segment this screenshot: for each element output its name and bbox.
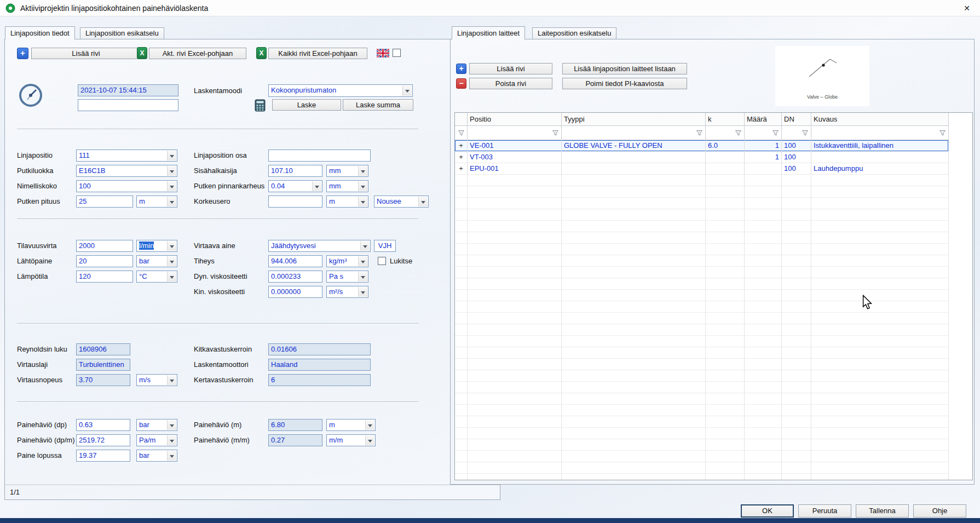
calc-mode-combo[interactable]: Kokoonpuristumaton <box>268 84 413 97</box>
paine-lopussa-unit-combo[interactable]: bar <box>136 450 177 462</box>
add-row-icon[interactable]: + <box>17 48 28 59</box>
language-checkbox[interactable] <box>393 49 401 57</box>
tab-laiteposition-esikatselu[interactable]: Laiteposition esikatselu <box>532 27 616 39</box>
lahtopaine-input[interactable]: 20 <box>76 255 133 267</box>
row-expand-toggle[interactable]: + <box>455 152 468 163</box>
paine-lopussa-label: Paine lopussa <box>17 450 62 462</box>
device-remove-row-button[interactable]: Poista rivi <box>469 78 552 89</box>
devices-table: Positio Tyyppi k Määrä DN Kuvaus + VE-00… <box>454 112 973 480</box>
pick-from-pid-button[interactable]: Poimi tiedot PI-kaaviosta <box>562 78 687 89</box>
lahtopaine-unit-combo[interactable]: bar <box>136 255 177 267</box>
virtaava-aine-combo[interactable]: Jäähdytysvesi <box>268 240 371 252</box>
cell-k: 6.0 <box>706 140 745 152</box>
table-filter-row <box>455 126 972 140</box>
cell-positio: VT-003 <box>468 152 562 163</box>
lampotila-unit-combo[interactable]: °C <box>136 271 177 283</box>
add-devices-to-list-button[interactable]: Lisää linjaposition laitteet listaan <box>562 63 687 74</box>
tilavuusvirta-unit-combo[interactable]: l/min <box>136 240 177 252</box>
tilavuusvirta-input[interactable]: 2000 <box>76 240 133 252</box>
save-button[interactable]: Tallenna <box>856 504 909 518</box>
filter-positio[interactable] <box>468 126 562 140</box>
korkeusero-input[interactable] <box>268 196 322 208</box>
virtauslaji-label: Virtauslaji <box>17 359 48 371</box>
korkeusero-direction-combo[interactable]: Nousee <box>374 196 429 208</box>
painehavio-dpm-input[interactable]: 2519.72 <box>76 434 130 446</box>
filter-tyyppi[interactable] <box>562 126 706 140</box>
cell-kuvaus <box>811 152 949 163</box>
dyn-viskositeetti-input[interactable]: 0.000233 <box>268 271 322 283</box>
pinnankarheus-combo[interactable]: 0.04 <box>268 180 322 192</box>
putken-pituus-input[interactable]: 25 <box>76 196 133 208</box>
tilavuusvirta-unit: l/min <box>139 242 154 250</box>
cell-k <box>706 163 745 175</box>
col-expand <box>455 113 468 126</box>
close-icon[interactable]: ✕ <box>957 0 977 16</box>
nimelliskoko-combo[interactable]: 100 <box>76 180 177 192</box>
col-kuvaus[interactable]: Kuvaus <box>811 113 949 126</box>
tab-linjaposition-laitteet[interactable]: Linjaposition laitteet <box>452 26 525 39</box>
col-maara[interactable]: Määrä <box>745 113 782 126</box>
active-row-to-excel-button[interactable]: Akt. rivi Excel-pohjaan <box>149 48 246 59</box>
all-rows-to-excel-button[interactable]: Kaikki rivit Excel-pohjaan <box>268 48 367 59</box>
tiheys-label: Tiheys <box>194 255 215 267</box>
cancel-button[interactable]: Peruuta <box>798 504 851 518</box>
calculate-button[interactable]: Laske <box>272 99 341 111</box>
lukitse-checkbox[interactable] <box>378 257 386 265</box>
tab-linjaposition-esikatselu[interactable]: Linjaposition esikatselu <box>80 27 164 39</box>
painehavio-dpm-unit-combo[interactable]: Pa/m <box>136 434 177 446</box>
painehavio-m-unit-combo[interactable]: m <box>326 419 376 431</box>
calculate-sum-button[interactable]: Laske summa <box>343 99 413 111</box>
linjaposition-osa-input[interactable] <box>268 150 371 162</box>
kin-viskositeetti-input[interactable]: 0.000000 <box>268 286 322 298</box>
korkeusero-unit-combo[interactable]: m <box>326 196 368 208</box>
virtausnopeus-unit-combo[interactable]: m/s <box>136 374 177 386</box>
painehavio-dpm-unit: Pa/m <box>139 436 155 444</box>
col-dn[interactable]: DN <box>782 113 811 126</box>
pinnankarheus-unit-combo[interactable]: mm <box>326 180 368 192</box>
paine-lopussa-input[interactable]: 19.37 <box>76 450 130 462</box>
painehavio-mm-unit-combo[interactable]: m/m <box>326 434 376 446</box>
putken-pituus-unit-combo[interactable]: m <box>136 196 177 208</box>
painehavio-dp-unit-combo[interactable]: bar <box>136 419 177 431</box>
device-add-row-button[interactable]: Lisää rivi <box>469 63 552 74</box>
col-k[interactable]: k <box>706 113 745 126</box>
filter-maara[interactable] <box>745 126 782 140</box>
excel-icon: X <box>256 47 267 59</box>
row-expand-toggle[interactable]: + <box>455 140 468 152</box>
device-remove-row-icon[interactable]: − <box>456 78 466 89</box>
filter-expand[interactable] <box>455 126 468 140</box>
cell-positio: VE-001 <box>468 140 562 152</box>
painehavio-dp-input[interactable]: 0.63 <box>76 419 130 431</box>
tiheys-input[interactable]: 944.006 <box>268 255 322 267</box>
filter-dn[interactable] <box>782 126 811 140</box>
table-row[interactable]: + EPU-001 100 Lauhdepumppu <box>455 163 972 175</box>
row-expand-toggle[interactable]: + <box>455 163 468 175</box>
filter-k[interactable] <box>706 126 745 140</box>
table-row[interactable]: + VT-003 1 100 <box>455 152 972 163</box>
tab-linjaposition-tiedot[interactable]: Linjaposition tiedot <box>5 26 75 39</box>
tiheys-unit-combo[interactable]: kg/m³ <box>326 255 368 267</box>
help-button[interactable]: Ohje <box>913 504 966 518</box>
kitkavastuskerroin-label: Kitkavastuskerroin <box>194 343 252 355</box>
cell-dn: 100 <box>782 163 811 175</box>
device-add-row-icon[interactable]: + <box>456 64 466 74</box>
lampotila-input[interactable]: 120 <box>76 271 133 283</box>
ok-button[interactable]: OK <box>741 504 794 518</box>
sisahalkaisija-input[interactable]: 107.10 <box>268 165 322 177</box>
cell-k <box>706 152 745 163</box>
col-tyyppi[interactable]: Tyyppi <box>562 113 706 126</box>
col-positio[interactable]: Positio <box>468 113 562 126</box>
table-row[interactable]: + VE-001 GLOBE VALVE - FULLY OPEN 6.0 1 … <box>455 140 972 152</box>
timestamp-note-field[interactable] <box>78 99 178 111</box>
cell-positio: EPU-001 <box>468 163 562 175</box>
dyn-viskositeetti-unit: Pa s <box>329 272 343 280</box>
separator <box>5 485 500 486</box>
linjapositio-combo[interactable]: 111 <box>76 150 177 162</box>
kin-viskositeetti-unit-combo[interactable]: m²/s <box>326 286 368 298</box>
putkiluokka-combo[interactable]: E16C1B <box>76 165 177 177</box>
lahtopaine-label: Lähtöpaine <box>17 255 52 267</box>
sisahalkaisija-unit-combo[interactable]: mm <box>326 165 368 177</box>
filter-kuvaus[interactable] <box>811 126 949 140</box>
add-row-button[interactable]: Lisää rivi <box>31 48 141 59</box>
dyn-viskositeetti-unit-combo[interactable]: Pa s <box>326 271 368 283</box>
